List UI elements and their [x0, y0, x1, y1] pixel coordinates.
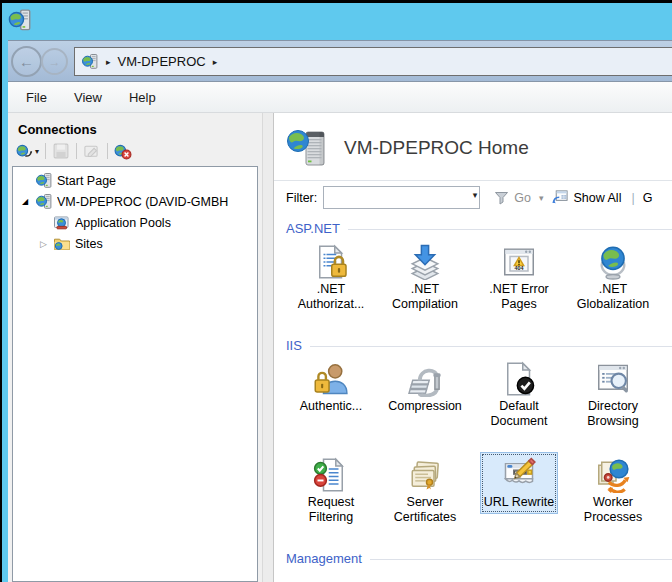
feature-tile-body[interactable]: Directory Browsing [583, 356, 642, 433]
section-header-management: Management [286, 551, 672, 566]
section-header-iis: IIS [286, 338, 672, 353]
net-error-pages-icon: 404 [501, 244, 537, 280]
feature-request-filtering[interactable]: Request Filtering [284, 452, 378, 544]
feature-url-rewrite[interactable]: URL Rewrite [472, 452, 566, 544]
tree-item-application-pools[interactable]: Application Pools [13, 212, 257, 233]
combo-dropdown-icon[interactable]: ▾ [473, 190, 478, 200]
page-title: VM-DPEPROC Home [344, 137, 529, 159]
show-all-icon [551, 189, 569, 206]
forward-button[interactable]: → [41, 48, 68, 75]
feature-tile-body[interactable]: Default Document [487, 356, 552, 433]
feature-tile-body[interactable]: .NET Compilation [388, 239, 462, 316]
go-button[interactable]: Go [514, 191, 531, 205]
feature-tile-body[interactable]: .NET Authorizat... [294, 239, 369, 316]
feature-net-globalization[interactable]: .NET Globalization [566, 239, 660, 331]
request-filtering-icon [313, 457, 349, 493]
url-rewrite-icon [501, 457, 537, 493]
feature-grid-asp-net: .NET Authorizat....NET Compilation404.NE… [284, 239, 672, 331]
toolbar-separator [45, 143, 46, 159]
filter-label: Filter: [286, 191, 317, 205]
tree-item-start-page[interactable]: Start Page [13, 170, 257, 191]
feature-tile-body[interactable]: Worker Processes [580, 452, 646, 529]
feature-label: URL Rewrite [484, 495, 554, 510]
menu-view[interactable]: View [74, 90, 102, 105]
feature-label: .NET Authorizat... [298, 282, 365, 312]
breadcrumb-item[interactable]: VM-DPEPROC [118, 54, 206, 69]
feature-tile-body[interactable]: .NET Globalization [573, 239, 653, 316]
menu-file[interactable]: File [26, 90, 47, 105]
expander-expanded-icon[interactable]: ◢ [22, 197, 35, 206]
compression-icon [407, 361, 443, 397]
net-globalization-icon [595, 244, 631, 280]
menu-bar: FileViewHelp [8, 82, 672, 113]
toolbar-separator [107, 143, 108, 159]
expander-collapsed-icon[interactable]: ▷ [40, 239, 53, 249]
section-title: IIS [286, 338, 302, 353]
filter-bar: Filter: ▾ Go ▾ Show All | G [274, 181, 672, 214]
section-title: Management [286, 551, 362, 566]
delete-connection-icon [114, 142, 132, 160]
show-all-button[interactable]: Show All [573, 191, 621, 205]
connections-title: Connections [8, 113, 262, 140]
default-document-icon [501, 361, 537, 397]
section-rule [370, 559, 672, 560]
features-area: ASP.NET.NET Authorizat....NET Compilatio… [274, 214, 672, 582]
net-compilation-icon [407, 244, 443, 280]
back-button[interactable]: ← [11, 46, 42, 77]
section-title: ASP.NET [286, 221, 340, 236]
feature-worker-processes[interactable]: Worker Processes [566, 452, 660, 544]
start-page-icon [35, 172, 53, 189]
main-panel: VM-DPEPROC Home Filter: ▾ Go ▾ Show All … [274, 113, 672, 582]
feature-label: .NET Error Pages [489, 282, 549, 312]
filter-combobox[interactable]: ▾ [323, 186, 480, 209]
feature-net-authorizat[interactable]: .NET Authorizat... [284, 239, 378, 331]
toolbar-separator [76, 143, 77, 159]
tree-item-vm-dpeproc-david-gmbh[interactable]: ◢VM-DPEPROC (DAVID-GMBH [13, 191, 257, 212]
window-chrome: ← → ▸ VM-DPEPROC ▸ FileViewHelp Connecti… [2, 3, 672, 582]
section-rule [348, 229, 672, 230]
feature-tile-body[interactable]: Request Filtering [304, 452, 359, 529]
server-node-icon [35, 193, 53, 210]
connections-panel: Connections ▾ Start Page◢VM-DPEPROC (DAV… [8, 113, 262, 582]
create-connection-button[interactable]: ▾ [14, 141, 41, 161]
menu-help[interactable]: Help [129, 90, 156, 105]
tree-item-label: Sites [75, 237, 103, 251]
filterbar-separator: | [631, 191, 634, 205]
server-certificates-icon [407, 457, 443, 493]
feature-authentic[interactable]: Authentic... [284, 356, 378, 448]
worker-processes-icon [595, 457, 631, 493]
delete-connection-button[interactable] [112, 141, 134, 161]
dropdown-arrow-icon[interactable]: ▾ [35, 147, 39, 156]
application-pools-icon [53, 214, 71, 231]
save-connections-button [50, 141, 72, 161]
feature-label: Directory Browsing [587, 399, 638, 429]
feature-default-document[interactable]: Default Document [472, 356, 566, 448]
feature-tile-body[interactable]: Server Certificates [390, 452, 461, 529]
feature-label: Worker Processes [584, 495, 642, 525]
feature-tile-body[interactable]: 404.NET Error Pages [485, 239, 553, 316]
feature-tile-body[interactable]: Authentic... [296, 356, 367, 418]
feature-label: Authentic... [300, 399, 363, 414]
save-connections-icon [52, 142, 70, 160]
address-bar: ← → ▸ VM-DPEPROC ▸ [8, 40, 672, 82]
go-dropdown-icon[interactable]: ▾ [539, 193, 544, 203]
feature-server-certificates[interactable]: Server Certificates [378, 452, 472, 544]
feature-label: Default Document [491, 399, 548, 429]
server-home-icon [284, 125, 330, 171]
net-authorization-icon [313, 244, 349, 280]
feature-tile-body[interactable]: Compression [384, 356, 466, 418]
breadcrumb[interactable]: ▸ VM-DPEPROC ▸ [74, 47, 672, 76]
feature-label: Compression [388, 399, 462, 414]
feature-net-error-pages[interactable]: 404.NET Error Pages [472, 239, 566, 331]
feature-directory-browsing[interactable]: Directory Browsing [566, 356, 660, 448]
feature-net-compilation[interactable]: .NET Compilation [378, 239, 472, 331]
tree-item-sites[interactable]: ▷Sites [13, 233, 257, 254]
authentication-icon [313, 361, 349, 397]
tree-item-label: VM-DPEPROC (DAVID-GMBH [57, 195, 228, 209]
iis-manager-icon [8, 8, 32, 32]
feature-compression[interactable]: Compression [378, 356, 472, 448]
feature-tile-body[interactable]: URL Rewrite [480, 452, 558, 514]
panel-splitter[interactable] [262, 113, 274, 582]
filter-funnel-icon [494, 190, 509, 205]
breadcrumb-separator-icon[interactable]: ▸ [213, 57, 218, 67]
